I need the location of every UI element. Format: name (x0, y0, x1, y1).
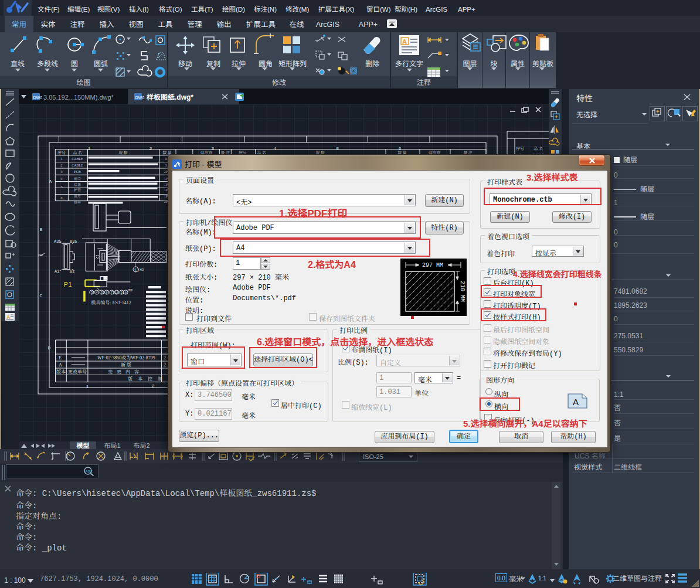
svg-text:5: 5 (337, 146, 339, 151)
svg-text:WF-02-3850改为WF-02-8709: WF-02-3850改为WF-02-8709 (97, 354, 155, 361)
svg-text:1: 1 (86, 384, 89, 389)
svg-text:8: 8 (125, 291, 127, 295)
svg-text:弹片: 弹片 (74, 193, 81, 199)
svg-text:D: D (48, 345, 51, 351)
svg-text:11: 11 (115, 291, 119, 295)
svg-text:B: B (40, 227, 43, 232)
svg-text:P1: P1 (64, 280, 72, 288)
svg-text:2: 2 (61, 162, 63, 168)
svg-text:品 名: 品 名 (73, 149, 82, 155)
svg-text:变更内容: 变更内容 (108, 368, 143, 375)
svg-text:C: C (40, 293, 43, 298)
svg-text:13: 13 (134, 268, 139, 273)
svg-text:序号: 序号 (57, 149, 66, 155)
svg-text:1: 1 (61, 156, 63, 161)
svg-text:CABLE: CABLE (72, 156, 83, 161)
svg-text:更改单号: 更改单号 (68, 368, 87, 375)
svg-text:4: 4 (61, 176, 63, 181)
svg-text:M3: M3 (128, 288, 133, 293)
svg-text:B1: B1 (70, 269, 74, 274)
svg-text:版本控制: 版本控制 (128, 375, 168, 382)
svg-text:5: 5 (101, 291, 103, 295)
svg-text:2: 2 (164, 354, 166, 361)
svg-text:护套: 护套 (74, 187, 81, 192)
svg-text:前壳: 前壳 (74, 176, 81, 181)
svg-text:4: 4 (274, 146, 277, 151)
svg-text:5: 5 (61, 184, 63, 189)
svg-text:2: 2 (149, 146, 152, 151)
svg-text:后盖: 后盖 (74, 182, 81, 187)
svg-text:1:1: 1:1 (538, 575, 546, 582)
svg-text:210 MM: 210 MM (459, 281, 465, 302)
svg-text:ABC: ABC (86, 470, 93, 473)
svg-text:挂带: 挂带 (74, 199, 81, 205)
svg-text:6: 6 (61, 195, 63, 200)
svg-text:A: A (402, 36, 407, 46)
svg-text:E: E (59, 354, 62, 361)
svg-text:B35: B35 (70, 239, 77, 244)
svg-text:9: 9 (121, 291, 123, 295)
svg-text:1: 1 (88, 146, 91, 151)
svg-text:A1: A1 (55, 269, 59, 274)
svg-text:序号: 序号 (516, 145, 524, 151)
svg-text:7: 7 (111, 291, 113, 295)
svg-text:PCB: PCB (74, 169, 80, 174)
svg-text:6: 6 (106, 291, 107, 295)
svg-text:DWG: DWG (33, 96, 43, 100)
svg-text:3: 3 (61, 169, 63, 174)
svg-text:版本: 版本 (56, 368, 66, 375)
svg-text:297 MM: 297 MM (422, 262, 443, 268)
svg-text:新 版: 新 版 (121, 361, 131, 368)
svg-text:品 名: 品 名 (534, 145, 543, 151)
svg-text:CABLE: CABLE (72, 162, 83, 168)
svg-text:二维草图与注释: 二维草图与注释 (613, 573, 662, 583)
svg-text:2: 2 (151, 383, 154, 389)
svg-text:A35: A35 (54, 239, 62, 244)
svg-text:A: A (573, 397, 579, 407)
svg-text:规 格: 规 格 (118, 149, 128, 155)
svg-text:DWG: DWG (135, 96, 145, 100)
svg-text:3: 3 (91, 291, 93, 295)
svg-text:A: A (59, 361, 62, 368)
svg-text:A: A (49, 179, 52, 184)
svg-text:模具编号: EST-1412: 模具编号: EST-1412 (91, 299, 131, 305)
svg-text:2: 2 (164, 361, 166, 368)
svg-text:M3: M3 (140, 268, 144, 272)
